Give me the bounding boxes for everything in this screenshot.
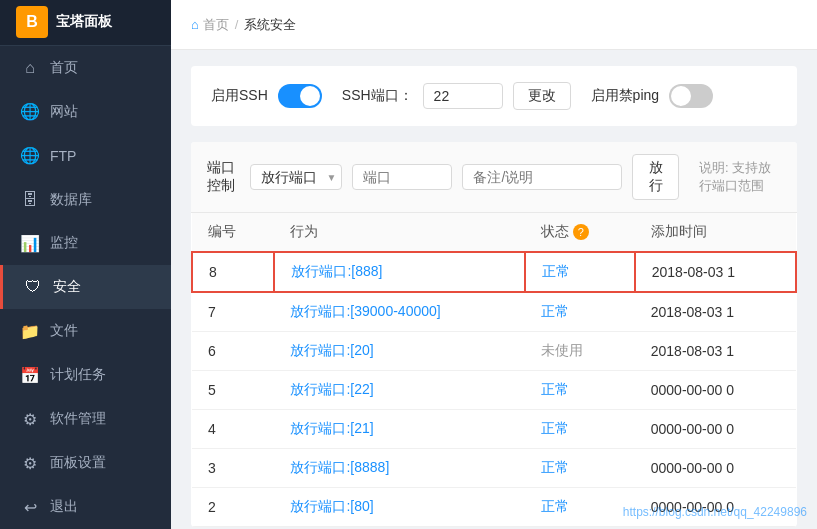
- table-row: 3放行端口:[8888]正常0000-00-00 0: [192, 449, 796, 488]
- cell-action[interactable]: 放行端口:[21]: [274, 410, 524, 449]
- col-action: 行为: [274, 213, 524, 252]
- cell-time: 2018-08-03 1: [635, 332, 796, 371]
- cell-status: 未使用: [525, 332, 635, 371]
- sidebar-item-label: 数据库: [50, 191, 92, 209]
- cell-no: 8: [192, 252, 274, 292]
- cell-no: 7: [192, 292, 274, 332]
- calendar-icon: 📅: [20, 365, 40, 385]
- ssh-port-input[interactable]: [423, 83, 503, 109]
- table-row: 5放行端口:[22]正常0000-00-00 0: [192, 371, 796, 410]
- port-control-label: 端口控制: [207, 159, 240, 195]
- sidebar-item-monitor[interactable]: 📊 监控: [0, 222, 171, 266]
- cell-time: 2018-08-03 1: [635, 292, 796, 332]
- sidebar-item-label: 安全: [53, 278, 81, 296]
- sidebar-item-security[interactable]: 🛡 安全: [0, 265, 171, 309]
- sidebar-item-home[interactable]: ⌂ 首页: [0, 46, 171, 90]
- sidebar-item-label: 面板设置: [50, 454, 106, 472]
- home-icon: ⌂: [20, 58, 40, 78]
- port-remark-input[interactable]: [462, 164, 622, 190]
- ssh-port-row: SSH端口： 更改: [342, 82, 571, 110]
- port-panel: 端口控制 放行端口 禁用端口 ▼ 放行 说明: 支持放行端口范围: [191, 142, 797, 527]
- cell-time: 0000-00-00 0: [635, 371, 796, 410]
- ssh-enable-row: 启用SSH: [211, 84, 322, 108]
- home-breadcrumb-icon: ⌂: [191, 17, 199, 32]
- sidebar-item-software[interactable]: ⚙ 软件管理: [0, 397, 171, 441]
- ping-toggle[interactable]: [669, 84, 713, 108]
- ssh-enable-label: 启用SSH: [211, 87, 268, 105]
- col-no: 编号: [192, 213, 274, 252]
- watermark: https://blog.csdn.net/qq_42249896: [623, 505, 807, 519]
- port-toolbar: 端口控制 放行端口 禁用端口 ▼ 放行 说明: 支持放行端口范围: [191, 142, 797, 213]
- table-row: 4放行端口:[21]正常0000-00-00 0: [192, 410, 796, 449]
- sidebar-item-ftp[interactable]: 🌐 FTP: [0, 134, 171, 178]
- table-header: 编号 行为 状态 ? 添加时间: [192, 213, 796, 252]
- table-row: 6放行端口:[20]未使用2018-08-03 1: [192, 332, 796, 371]
- cell-no: 2: [192, 488, 274, 527]
- globe-icon: 🌐: [20, 102, 40, 122]
- shield-icon: 🛡: [23, 277, 43, 297]
- table-header-row: 编号 行为 状态 ? 添加时间: [192, 213, 796, 252]
- toggle-knob: [300, 86, 320, 106]
- sidebar-item-label: 首页: [50, 59, 78, 77]
- sidebar-item-logout[interactable]: ↩ 退出: [0, 485, 171, 529]
- settings-icon: ⚙: [20, 453, 40, 473]
- breadcrumb-home[interactable]: 首页: [203, 16, 229, 34]
- status-help-icon[interactable]: ?: [573, 224, 589, 240]
- main-content: ⌂ 首页 / 系统安全 启用SSH SSH端口： 更改 启用禁ping: [171, 0, 817, 529]
- cell-action[interactable]: 放行端口:[22]: [274, 371, 524, 410]
- gear-icon: ⚙: [20, 409, 40, 429]
- sidebar-item-label: 网站: [50, 103, 78, 121]
- sidebar-item-panel[interactable]: ⚙ 面板设置: [0, 441, 171, 485]
- port-type-select[interactable]: 放行端口 禁用端口: [250, 164, 342, 190]
- sidebar-item-label: 文件: [50, 322, 78, 340]
- cell-time: 0000-00-00 0: [635, 410, 796, 449]
- cell-action[interactable]: 放行端口:[80]: [274, 488, 524, 527]
- sidebar-logo: B 宝塔面板: [0, 0, 171, 46]
- cell-status: 正常: [525, 410, 635, 449]
- col-time: 添加时间: [635, 213, 796, 252]
- sidebar-item-crontab[interactable]: 📅 计划任务: [0, 353, 171, 397]
- logo-text: 宝塔面板: [56, 13, 112, 31]
- database-icon: 🗄: [20, 190, 40, 210]
- breadcrumb-separator: /: [235, 17, 239, 32]
- cell-no: 6: [192, 332, 274, 371]
- monitor-icon: 📊: [20, 233, 40, 253]
- sidebar-item-label: 计划任务: [50, 366, 106, 384]
- ssh-ping-label: 启用禁ping: [591, 87, 659, 105]
- ssh-update-button[interactable]: 更改: [513, 82, 571, 110]
- port-table: 编号 行为 状态 ? 添加时间 8放行端口:[888]正常2018-08-03 …: [191, 213, 797, 527]
- cell-action[interactable]: 放行端口:[888]: [274, 252, 524, 292]
- cell-status: 正常: [525, 292, 635, 332]
- logout-icon: ↩: [20, 497, 40, 517]
- port-type-select-wrap: 放行端口 禁用端口 ▼: [250, 164, 342, 190]
- sidebar-item-files[interactable]: 📁 文件: [0, 309, 171, 353]
- cell-action[interactable]: 放行端口:[20]: [274, 332, 524, 371]
- table-body: 8放行端口:[888]正常2018-08-03 17放行端口:[39000-40…: [192, 252, 796, 527]
- cell-action[interactable]: 放行端口:[39000-40000]: [274, 292, 524, 332]
- ssh-panel: 启用SSH SSH端口： 更改 启用禁ping: [191, 66, 797, 126]
- ssh-toggle[interactable]: [278, 84, 322, 108]
- breadcrumb: ⌂ 首页 / 系统安全: [191, 16, 296, 34]
- sidebar-item-database[interactable]: 🗄 数据库: [0, 178, 171, 222]
- port-allow-button[interactable]: 放行: [632, 154, 679, 200]
- toggle-knob: [671, 86, 691, 106]
- port-number-input[interactable]: [352, 164, 452, 190]
- sidebar-item-label: 退出: [50, 498, 78, 516]
- cell-no: 5: [192, 371, 274, 410]
- cell-status: 正常: [525, 488, 635, 527]
- cell-action[interactable]: 放行端口:[8888]: [274, 449, 524, 488]
- cell-time: 0000-00-00 0: [635, 449, 796, 488]
- cell-no: 4: [192, 410, 274, 449]
- sidebar-item-website[interactable]: 🌐 网站: [0, 90, 171, 134]
- sidebar-item-label: 监控: [50, 234, 78, 252]
- col-status: 状态 ?: [525, 213, 635, 252]
- sidebar: B 宝塔面板 ⌂ 首页 🌐 网站 🌐 FTP 🗄 数据库 📊 监控 🛡 安全 📁…: [0, 0, 171, 529]
- sidebar-item-label: FTP: [50, 148, 76, 164]
- ssh-port-label: SSH端口：: [342, 87, 413, 105]
- ssh-ping-row: 启用禁ping: [591, 84, 713, 108]
- sidebar-item-label: 软件管理: [50, 410, 106, 428]
- folder-icon: 📁: [20, 321, 40, 341]
- port-note: 说明: 支持放行端口范围: [699, 159, 781, 195]
- cell-no: 3: [192, 449, 274, 488]
- ftp-icon: 🌐: [20, 146, 40, 166]
